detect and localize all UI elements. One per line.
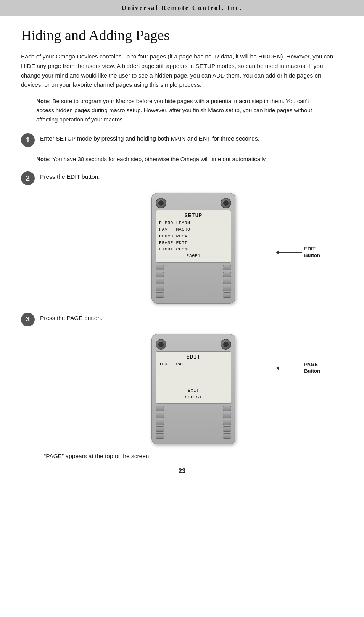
- remote-1-button-rows: [156, 265, 231, 298]
- note1-label: Note:: [36, 98, 51, 104]
- remote-1-off-button: [221, 198, 231, 208]
- remote-2-button-rows: [156, 406, 231, 439]
- remote-1-row-2: [156, 272, 231, 277]
- step-2-text: Press the EDIT button.: [40, 171, 100, 182]
- remote-2-left-btn-1: [156, 406, 164, 411]
- note1-text: Be sure to program your Macros before yo…: [36, 98, 312, 123]
- note-block-2: Note: You have 30 seconds for each step,…: [36, 155, 328, 164]
- arrow-tip-2: [276, 366, 279, 370]
- remote-1-line-5: LIGHT CLONE: [159, 246, 228, 252]
- remote-1-left-btn-2: [156, 272, 164, 277]
- edit-arrow: [276, 250, 302, 254]
- remote-2-line-blank-3: [159, 380, 228, 387]
- remote-2-on-button: [156, 339, 166, 350]
- remote-2-row-1: [156, 406, 231, 411]
- remote-1-row-5: [156, 292, 231, 298]
- remote-2-line-5: EXIT: [159, 387, 228, 394]
- remote-2-right-btn-3: [223, 420, 231, 425]
- remote-2-right-btn-1: [223, 406, 231, 411]
- step-2-row: 2 Press the EDIT button.: [21, 171, 343, 185]
- remote-1-right-btn-4: [223, 286, 231, 291]
- remote-1-line-2: FAV MACRO: [159, 226, 228, 233]
- arrow-tip-1: [276, 250, 279, 254]
- remote-1-right-btn-5: [223, 292, 231, 298]
- remote-2-left-btn-4: [156, 426, 164, 432]
- remote-1-top-row: [156, 198, 231, 208]
- edit-label-container: EDITButton: [276, 246, 320, 259]
- step-1-circle: 1: [21, 133, 35, 147]
- remote-1-row-3: [156, 279, 231, 284]
- remote-1-line-3: PUNCH RECAL.: [159, 233, 228, 239]
- remote-1-left-btn-1: [156, 265, 164, 270]
- remote-1-right-btn-2: [223, 272, 231, 277]
- remote-2-right-btn-5: [223, 433, 231, 439]
- remote-1-screen: SETUP P-PRO LEARN FAV MACRO PUNCH RECAL.…: [156, 210, 231, 263]
- remote-2-line-blank-1: [159, 367, 228, 374]
- page-number: 23: [21, 467, 343, 475]
- remote-2-row-3: [156, 420, 231, 425]
- remote-1-body: SETUP P-PRO LEARN FAV MACRO PUNCH RECAL.…: [151, 193, 235, 304]
- remote-2-off-button: [221, 339, 231, 350]
- remote-2-left-btn-5: [156, 433, 164, 439]
- remote-2-row-4: [156, 426, 231, 432]
- remote-1-right-btn-3: [223, 279, 231, 284]
- remote-2-row-5: [156, 433, 231, 439]
- remote-1-line-4: ERASE EDIT: [159, 239, 228, 246]
- remote-2-screen-title: EDIT: [159, 354, 228, 360]
- remote-1-line-1: P-PRO LEARN: [159, 220, 228, 226]
- remote-2-right-btn-4: [223, 426, 231, 432]
- step-2-circle: 2: [21, 171, 35, 185]
- step-1-text: Enter SETUP mode by pressing and holding…: [40, 132, 259, 144]
- remote-2-line-blank-2: [159, 374, 228, 380]
- remote-1-on-button: [156, 198, 166, 208]
- remote-1-container: SETUP P-PRO LEARN FAV MACRO PUNCH RECAL.…: [44, 193, 343, 304]
- step-3-row: 3 Press the PAGE button.: [21, 312, 343, 326]
- step-3-text: Press the PAGE button.: [40, 312, 102, 323]
- page-button-label: PAGEButton: [304, 362, 320, 375]
- remote-1-left-btn-5: [156, 292, 164, 298]
- remote-1-row-4: [156, 286, 231, 291]
- quote-text: “PAGE” appears at the top of the screen.: [44, 453, 343, 460]
- main-content: Hiding and Adding Pages Each of your Ome…: [0, 27, 364, 490]
- remote-2-screen: EDIT TEXT PAGE EXIT SELECT: [156, 351, 231, 404]
- remote-2-body: EDIT TEXT PAGE EXIT SELECT: [151, 334, 235, 445]
- remote-1-row-1: [156, 265, 231, 270]
- arrow-shaft-2: [279, 368, 302, 368]
- header-bar: Universal Remote Control, Inc.: [0, 0, 364, 16]
- remote-1-left-btn-4: [156, 286, 164, 291]
- remote-2-right-btn-2: [223, 413, 231, 418]
- arrow-shaft-1: [279, 252, 302, 253]
- note2-label: Note:: [36, 156, 51, 162]
- remote-1-screen-title: SETUP: [159, 213, 228, 219]
- edit-button-label: EDITButton: [304, 246, 320, 259]
- body-paragraph: Each of your Omega Devices contains up t…: [21, 52, 343, 90]
- step-3-circle: 3: [21, 313, 35, 326]
- remote-2-container: EDIT TEXT PAGE EXIT SELECT: [44, 334, 343, 445]
- remote-1-right-btn-1: [223, 265, 231, 270]
- page-title: Hiding and Adding Pages: [21, 27, 343, 44]
- step-1-row: 1 Enter SETUP mode by pressing and holdi…: [21, 132, 343, 147]
- note2-text: You have 30 seconds for each step, other…: [51, 156, 267, 162]
- remote-2-left-btn-3: [156, 420, 164, 425]
- remote-2-line-1: TEXT PAGE: [159, 361, 228, 367]
- remote-2-line-6: SELECT: [159, 394, 228, 400]
- page-arrow: [276, 366, 302, 370]
- remote-2-row-2: [156, 413, 231, 418]
- company-name: Universal Remote Control, Inc.: [122, 4, 243, 11]
- remote-1-left-btn-3: [156, 279, 164, 284]
- remote-2-top-row: [156, 339, 231, 350]
- page-label-container: PAGEButton: [276, 362, 320, 375]
- remote-2-left-btn-2: [156, 413, 164, 418]
- remote-1-line-6: PAGE1: [159, 252, 228, 259]
- note-block-1: Note: Be sure to program your Macros bef…: [36, 97, 328, 124]
